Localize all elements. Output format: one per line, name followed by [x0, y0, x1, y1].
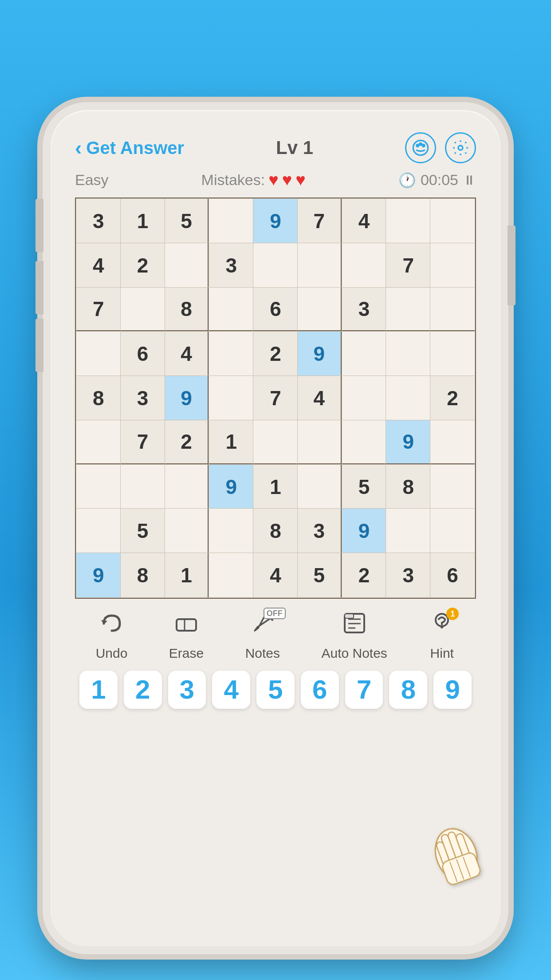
sudoku-cell[interactable]: 6	[430, 553, 475, 597]
numpad-button-3[interactable]: 3	[168, 671, 206, 709]
numpad-button-2[interactable]: 2	[124, 671, 162, 709]
sudoku-cell[interactable]	[76, 509, 121, 553]
undo-button[interactable]: Undo	[96, 611, 128, 661]
sudoku-cell[interactable]: 1	[253, 465, 298, 509]
numpad-button-6[interactable]: 6	[301, 671, 339, 709]
numpad-button-1[interactable]: 1	[79, 671, 118, 709]
erase-button[interactable]: Erase	[169, 611, 204, 661]
sudoku-cell[interactable]: 7	[76, 288, 121, 332]
settings-button[interactable]	[445, 132, 476, 163]
sudoku-cell[interactable]	[298, 465, 342, 509]
numpad-button-9[interactable]: 9	[433, 671, 472, 709]
sudoku-cell[interactable]: 2	[430, 376, 475, 420]
sudoku-cell[interactable]: 4	[76, 243, 121, 288]
sudoku-cell[interactable]: 8	[76, 376, 121, 420]
sudoku-cell[interactable]: 9	[298, 332, 342, 376]
sudoku-cell[interactable]	[386, 509, 430, 553]
sudoku-cell[interactable]	[342, 243, 386, 288]
sudoku-cell[interactable]: 9	[386, 420, 430, 465]
sudoku-cell[interactable]: 7	[121, 420, 165, 465]
sudoku-cell[interactable]	[76, 465, 121, 509]
sudoku-cell[interactable]	[121, 465, 165, 509]
sudoku-cell[interactable]: 3	[298, 509, 342, 553]
sudoku-cell[interactable]: 9	[253, 199, 298, 243]
numpad-button-4[interactable]: 4	[212, 671, 250, 709]
sudoku-cell[interactable]	[386, 288, 430, 332]
sudoku-cell[interactable]: 6	[253, 288, 298, 332]
sudoku-cell[interactable]	[298, 420, 342, 465]
sudoku-cell[interactable]	[121, 288, 165, 332]
sudoku-cell[interactable]: 3	[209, 243, 253, 288]
sudoku-cell[interactable]: 4	[253, 553, 298, 597]
sudoku-cell[interactable]: 4	[165, 332, 209, 376]
pause-icon[interactable]: ⏸	[463, 173, 476, 188]
sudoku-cell[interactable]: 5	[165, 199, 209, 243]
sudoku-cell[interactable]: 8	[165, 288, 209, 332]
sudoku-cell[interactable]	[430, 243, 475, 288]
sudoku-cell[interactable]: 5	[121, 509, 165, 553]
sudoku-cell[interactable]	[342, 420, 386, 465]
sudoku-cell[interactable]: 5	[298, 553, 342, 597]
sudoku-cell[interactable]: 5	[342, 465, 386, 509]
sudoku-cell[interactable]: 9	[342, 509, 386, 553]
sudoku-cell[interactable]	[209, 553, 253, 597]
sudoku-cell[interactable]: 2	[165, 420, 209, 465]
sudoku-cell[interactable]: 1	[165, 553, 209, 597]
sudoku-cell[interactable]	[342, 332, 386, 376]
sudoku-cell[interactable]: 6	[121, 332, 165, 376]
sudoku-cell[interactable]: 3	[386, 553, 430, 597]
sudoku-cell[interactable]	[165, 509, 209, 553]
sudoku-cell[interactable]: 9	[209, 465, 253, 509]
sudoku-cell[interactable]	[430, 332, 475, 376]
sudoku-cell[interactable]	[430, 420, 475, 465]
sudoku-cell[interactable]: 8	[121, 553, 165, 597]
sudoku-cell[interactable]	[386, 376, 430, 420]
sudoku-cell[interactable]: 1	[209, 420, 253, 465]
sudoku-cell[interactable]	[209, 509, 253, 553]
sudoku-cell[interactable]: 3	[121, 376, 165, 420]
notes-button[interactable]: OFF Notes	[245, 611, 280, 661]
sudoku-cell[interactable]: 8	[253, 509, 298, 553]
sudoku-cell[interactable]	[165, 465, 209, 509]
sudoku-cell[interactable]: 2	[121, 243, 165, 288]
sudoku-cell[interactable]: 4	[342, 199, 386, 243]
sudoku-cell[interactable]: 3	[76, 199, 121, 243]
numpad-button-7[interactable]: 7	[345, 671, 383, 709]
numpad-button-5[interactable]: 5	[256, 671, 295, 709]
sudoku-cell[interactable]	[298, 243, 342, 288]
sudoku-cell[interactable]: 1	[121, 199, 165, 243]
sudoku-cell[interactable]	[342, 376, 386, 420]
sudoku-cell[interactable]	[165, 243, 209, 288]
sudoku-cell[interactable]	[386, 199, 430, 243]
clock-icon: 🕐	[398, 172, 416, 189]
sudoku-cell[interactable]: 9	[76, 553, 121, 597]
sudoku-cell[interactable]	[209, 376, 253, 420]
sudoku-cell[interactable]	[209, 199, 253, 243]
numpad-button-8[interactable]: 8	[389, 671, 427, 709]
sudoku-cell[interactable]	[76, 420, 121, 465]
sudoku-cell[interactable]: 2	[342, 553, 386, 597]
sudoku-cell[interactable]	[386, 332, 430, 376]
sudoku-cell[interactable]: 8	[386, 465, 430, 509]
sudoku-cell[interactable]	[430, 509, 475, 553]
auto-notes-button[interactable]: Auto Notes	[321, 611, 387, 661]
sudoku-cell[interactable]: 7	[298, 199, 342, 243]
sudoku-cell[interactable]	[209, 332, 253, 376]
sudoku-cell[interactable]	[430, 465, 475, 509]
hint-button[interactable]: 1 Hint	[429, 611, 455, 661]
sudoku-cell[interactable]	[430, 199, 475, 243]
sudoku-cell[interactable]: 7	[253, 376, 298, 420]
palette-button[interactable]	[405, 132, 436, 163]
sudoku-cell[interactable]: 7	[386, 243, 430, 288]
sudoku-cell[interactable]	[209, 288, 253, 332]
sudoku-cell[interactable]	[298, 288, 342, 332]
sudoku-cell[interactable]	[253, 243, 298, 288]
sudoku-cell[interactable]	[76, 332, 121, 376]
sudoku-cell[interactable]	[253, 420, 298, 465]
back-button[interactable]: ‹ Get Answer	[75, 138, 184, 158]
sudoku-cell[interactable]	[430, 288, 475, 332]
sudoku-cell[interactable]: 9	[165, 376, 209, 420]
sudoku-cell[interactable]: 2	[253, 332, 298, 376]
sudoku-cell[interactable]: 4	[298, 376, 342, 420]
sudoku-cell[interactable]: 3	[342, 288, 386, 332]
